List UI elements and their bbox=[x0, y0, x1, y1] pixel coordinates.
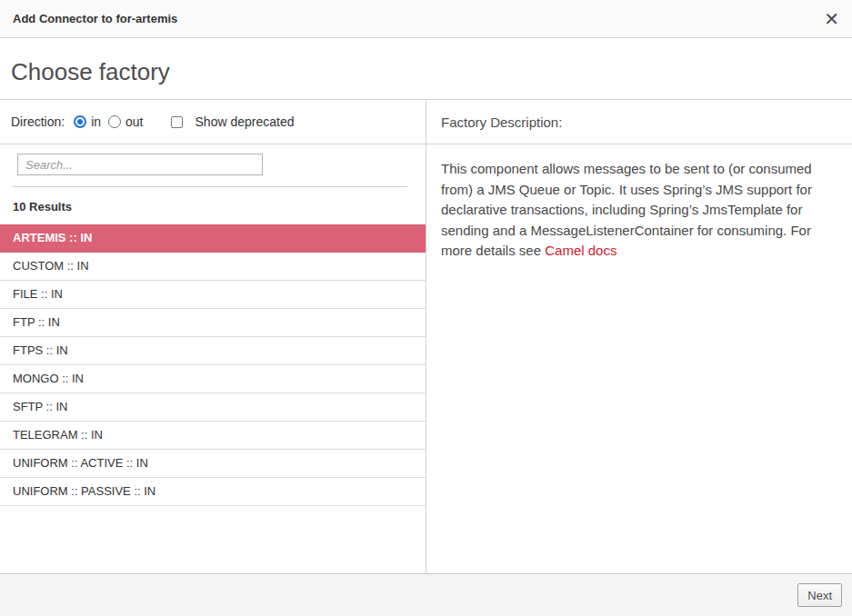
page-title: Choose factory bbox=[11, 58, 170, 86]
direction-label: Direction: bbox=[11, 114, 65, 129]
factory-description-body: This component allows messages to be sen… bbox=[441, 161, 812, 258]
close-icon[interactable]: ✕ bbox=[824, 10, 839, 28]
dialog-footer: Next bbox=[0, 573, 852, 616]
list-item[interactable]: CUSTOM :: IN bbox=[0, 253, 426, 281]
dialog-body: Direction: in out Show deprecated 10 Res… bbox=[0, 100, 852, 573]
radio-direction-in[interactable]: in bbox=[74, 114, 101, 129]
show-deprecated-checkbox[interactable] bbox=[171, 116, 183, 128]
radio-out-icon[interactable] bbox=[108, 115, 121, 128]
list-item[interactable]: MONGO :: IN bbox=[0, 365, 426, 393]
heading-bar: Choose factory bbox=[0, 38, 852, 100]
list-item[interactable]: UNIFORM :: PASSIVE :: IN bbox=[0, 478, 426, 506]
next-button[interactable]: Next bbox=[797, 583, 842, 607]
radio-in-icon[interactable] bbox=[74, 115, 86, 128]
results-count: 10 Results bbox=[0, 187, 426, 224]
show-deprecated-label: Show deprecated bbox=[195, 114, 295, 129]
list-item[interactable]: TELEGRAM :: IN bbox=[0, 422, 426, 450]
list-item[interactable]: SFTP :: IN bbox=[0, 393, 426, 422]
list-item[interactable]: ARTEMIS :: IN bbox=[0, 224, 426, 253]
dialog-header: Add Connector to for-artemis ✕ bbox=[0, 0, 852, 38]
factory-list: ARTEMIS :: INCUSTOM :: INFILE :: INFTP :… bbox=[0, 224, 426, 506]
direction-filter-row: Direction: in out Show deprecated bbox=[0, 100, 426, 144]
camel-docs-link[interactable]: Camel docs bbox=[545, 243, 616, 258]
radio-out-label: out bbox=[125, 114, 143, 129]
factory-description-panel: Factory Description: This component allo… bbox=[426, 100, 852, 573]
factory-list-panel: Direction: in out Show deprecated 10 Res… bbox=[0, 100, 426, 573]
list-item[interactable]: FILE :: IN bbox=[0, 281, 426, 309]
search-section bbox=[13, 144, 407, 187]
list-item[interactable]: UNIFORM :: ACTIVE :: IN bbox=[0, 450, 426, 478]
dialog-title: Add Connector to for-artemis bbox=[13, 12, 177, 25]
list-item[interactable]: FTP :: IN bbox=[0, 309, 426, 337]
list-item[interactable]: FTPS :: IN bbox=[0, 337, 426, 365]
search-input[interactable] bbox=[17, 154, 263, 175]
show-deprecated-option[interactable]: Show deprecated bbox=[171, 114, 295, 129]
factory-description-text: This component allows messages to be sen… bbox=[426, 144, 852, 262]
radio-direction-out[interactable]: out bbox=[108, 114, 143, 129]
factory-description-heading: Factory Description: bbox=[426, 100, 852, 144]
add-connector-dialog: Add Connector to for-artemis ✕ Choose fa… bbox=[0, 0, 852, 616]
radio-in-label: in bbox=[91, 114, 101, 129]
